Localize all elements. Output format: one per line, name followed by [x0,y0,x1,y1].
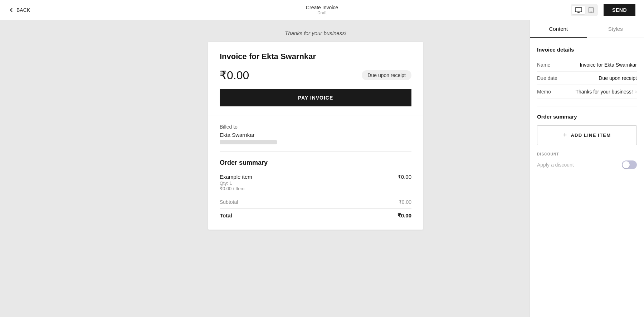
page-title: Create Invoice [306,5,338,10]
invoice-preview: Thanks for your business! Invoice for Ek… [102,20,530,317]
memo-label: Memo [537,89,551,95]
panel-body: Invoice details Name Invoice for Ekta Sw… [530,38,644,178]
add-line-item-button[interactable]: + ADD LINE ITEM [537,125,637,145]
billed-to-email-blur [220,140,277,144]
view-toggle [571,4,598,16]
item-name: Example item [220,174,252,180]
total-value: ₹0.00 [397,212,411,219]
invoice-card: Invoice for Ekta Swarnkar ₹0.00 Due upon… [208,42,423,230]
due-date-label: Due date [537,75,557,81]
invoice-amount: ₹0.00 [220,68,249,82]
send-button[interactable]: SEND [604,4,635,16]
invoice-body: Billed to Ekta Swarnkar Order summary Ex… [208,115,423,230]
subtotal-label: Subtotal [220,199,238,205]
order-summary-section: Order summary + ADD LINE ITEM [537,114,637,145]
topbar: BACK Create Invoice Draft SEND [0,0,644,20]
svg-rect-0 [575,8,582,12]
desktop-view-button[interactable] [572,6,585,14]
total-label: Total [220,212,232,219]
back-button[interactable]: BACK [9,7,30,13]
discount-toggle[interactable] [622,160,637,169]
discount-label: DISCOUNT [537,152,637,156]
name-label: Name [537,62,550,68]
panel-tabs: Content Styles [530,20,644,38]
subtotal-row: Subtotal ₹0.00 [220,197,411,207]
right-panel: Content Styles Invoice details Name Invo… [530,20,644,317]
toggle-knob [623,161,630,168]
mobile-icon [589,7,594,13]
item-qty: Qty: 1 [220,181,252,186]
memo-value: Thanks for your business! › [575,88,637,95]
invoice-amount-row: ₹0.00 Due upon receipt [220,68,411,82]
invoice-title: Invoice for Ekta Swarnkar [220,52,411,61]
order-summary-heading: Order summary [220,159,411,167]
order-summary-panel-title: Order summary [537,114,637,120]
tab-content[interactable]: Content [530,20,587,38]
svg-point-2 [591,11,591,12]
main-content: Thanks for your business! Invoice for Ek… [0,20,644,317]
due-date-value: Due upon receipt [599,75,637,81]
subtotal-value: ₹0.00 [399,199,411,205]
billed-to-label: Billed to [220,124,411,130]
total-row: Total ₹0.00 [220,208,411,221]
plus-icon: + [563,131,567,139]
topbar-center: Create Invoice Draft [306,5,338,15]
preview-memo: Thanks for your business! [102,20,530,42]
detail-row-name: Name Invoice for Ekta Swarnkar [537,58,637,72]
detail-row-memo[interactable]: Memo Thanks for your business! › [537,85,637,99]
detail-row-due-date: Due date Due upon receipt [537,72,637,85]
discount-row: Apply a discount [537,160,637,169]
left-sidebar [0,20,102,317]
pay-invoice-button[interactable]: PAY INVOICE [220,89,411,106]
billed-to-name: Ekta Swarnkar [220,132,411,138]
invoice-details-title: Invoice details [537,47,637,53]
name-value: Invoice for Ekta Swarnkar [580,62,637,68]
item-price: ₹0.00 [397,174,411,180]
back-label: BACK [16,7,30,13]
back-arrow-icon [9,7,14,13]
desktop-icon [575,7,582,13]
section-divider [537,106,637,106]
page-subtitle: Draft [306,10,338,15]
line-item-left: Example item Qty: 1 ₹0.00 / Item [220,174,252,191]
invoice-top-section: Invoice for Ekta Swarnkar ₹0.00 Due upon… [208,42,423,115]
item-unit-price: ₹0.00 / Item [220,186,252,191]
add-line-item-label: ADD LINE ITEM [571,133,611,138]
line-item: Example item Qty: 1 ₹0.00 / Item ₹0.00 [220,174,411,191]
memo-chevron-icon: › [635,88,637,95]
discount-section: DISCOUNT Apply a discount [537,152,637,169]
tab-styles[interactable]: Styles [587,20,644,38]
due-badge: Due upon receipt [362,70,411,80]
apply-discount-text: Apply a discount [537,162,574,168]
mobile-view-button[interactable] [586,5,596,15]
topbar-right: SEND [571,4,635,16]
divider [220,152,411,152]
